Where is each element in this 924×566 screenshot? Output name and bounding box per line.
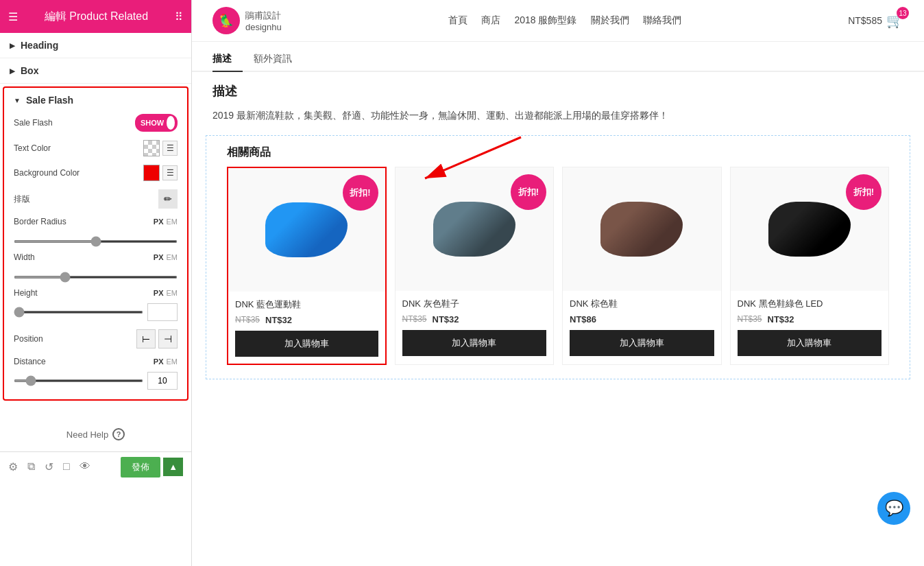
product-price-1: NT$35 NT$32 [402, 314, 547, 325]
bg-color-swatch[interactable] [143, 165, 160, 181]
need-help-label: Need Help [66, 429, 108, 440]
price-only-2: NT$86 [570, 314, 596, 325]
width-row: Width PX EM [4, 248, 187, 266]
width-units: PX EM [154, 253, 178, 261]
product-info-0: DNK 藍色運動鞋 NT$35 NT$32 加入購物車 [228, 292, 385, 364]
settings-icon[interactable]: ⚙ [8, 460, 18, 473]
device-icon[interactable]: □ [63, 460, 70, 473]
shoe-shape-0 [265, 202, 348, 257]
nav-contact[interactable]: 聯絡我們 [643, 14, 681, 27]
cart-icon[interactable]: 🛒 13 [886, 12, 903, 29]
price-original-0: NT$35 [235, 315, 260, 325]
shoe-shape-3 [768, 202, 851, 257]
height-input[interactable] [147, 303, 178, 321]
heading-header[interactable]: ▶ Heading [0, 33, 191, 58]
nav-catalog[interactable]: 2018 服飾型錄 [514, 14, 576, 27]
product-info-1: DNK 灰色鞋子 NT$35 NT$32 加入購物車 [396, 291, 554, 363]
add-to-cart-2[interactable]: 加入購物車 [570, 330, 714, 356]
height-label: Height [14, 288, 154, 298]
help-icon[interactable]: ? [112, 428, 125, 440]
distance-slider[interactable] [14, 379, 143, 382]
nav-home[interactable]: 首頁 [448, 14, 467, 27]
publish-area: 發佈 ▲ [121, 457, 183, 477]
eye-icon[interactable]: 👁 [80, 460, 90, 473]
publish-dropdown-button[interactable]: ▲ [163, 458, 183, 476]
add-to-cart-1[interactable]: 加入購物車 [402, 330, 547, 356]
bg-color-menu-icon[interactable]: ☰ [162, 165, 178, 180]
text-color-label: Text Color [14, 143, 143, 153]
description-title: 描述 [212, 83, 903, 99]
width-em-unit[interactable]: EM [167, 253, 178, 261]
layout-edit-button[interactable]: ✏ [158, 189, 178, 209]
distance-em-unit[interactable]: EM [167, 357, 178, 366]
heading-label: Heading [21, 40, 58, 51]
price-original-1: NT$35 [402, 314, 427, 324]
price-sale-3: NT$32 [768, 314, 794, 325]
sidebar: ☰ 編輯 Product Related ⠿ ▶ Heading ▶ Box ▼… [0, 0, 192, 566]
box-arrow-icon: ▶ [10, 67, 15, 75]
sale-flash-header[interactable]: ▼ Sale Flash [4, 88, 187, 110]
width-slider[interactable] [14, 276, 178, 279]
width-px-unit[interactable]: PX [154, 253, 164, 261]
text-color-menu-icon[interactable]: ☰ [162, 141, 178, 156]
heading-section: ▶ Heading [0, 33, 191, 58]
product-info-3: DNK 黑色鞋綠色 LED NT$35 NT$32 加入購物車 [731, 291, 889, 363]
position-left-button[interactable]: ⊢ [136, 329, 156, 349]
product-card-0: 折扣! DNK 藍色運動鞋 NT$35 NT$32 加入購物車 [227, 167, 387, 365]
store-cart[interactable]: NT$585 🛒 13 [848, 12, 903, 29]
product-name-1: DNK 灰色鞋子 [402, 298, 547, 310]
height-px-unit[interactable]: PX [154, 289, 164, 297]
px-unit[interactable]: PX [154, 217, 164, 226]
price-sale-0: NT$32 [265, 315, 292, 325]
distance-px-unit[interactable]: PX [154, 357, 164, 366]
grid-icon[interactable]: ⠿ [175, 10, 183, 23]
tab-description[interactable]: 描述 [212, 47, 243, 72]
tab-extra-info[interactable]: 額外資訊 [254, 47, 303, 72]
price-original-3: NT$35 [738, 314, 762, 324]
messenger-button[interactable]: 💬 [877, 492, 910, 525]
border-radius-row: Border Radius PX EM [4, 213, 187, 231]
product-name-2: DNK 棕色鞋 [570, 298, 714, 310]
border-radius-slider[interactable] [14, 240, 178, 243]
width-slider-row [4, 266, 187, 284]
layout-row: 排版 ✏ [4, 185, 187, 213]
text-color-row: Text Color ☰ [4, 136, 187, 161]
hamburger-icon[interactable]: ☰ [8, 10, 18, 23]
history-icon[interactable]: ↺ [45, 460, 53, 473]
cart-badge: 13 [897, 7, 909, 19]
height-units: PX EM [154, 289, 178, 297]
bg-color-label: Background Color [14, 168, 143, 178]
main-content: 🦜 鵑甫設計 designhu 首頁 商店 2018 服飾型錄 關於我們 聯絡我… [192, 0, 924, 566]
store-header: 🦜 鵑甫設計 designhu 首頁 商店 2018 服飾型錄 關於我們 聯絡我… [192, 0, 924, 42]
box-header[interactable]: ▶ Box [0, 58, 191, 83]
em-unit[interactable]: EM [167, 217, 178, 226]
position-row: Position ⊢ ⊣ [4, 325, 187, 353]
toggle-circle [167, 116, 175, 130]
product-name-3: DNK 黑色鞋綠色 LED [738, 298, 882, 310]
position-right-button[interactable]: ⊣ [158, 329, 178, 349]
publish-button[interactable]: 發佈 [121, 457, 160, 477]
text-color-controls: ☰ [143, 140, 178, 156]
product-price-0: NT$35 NT$32 [235, 315, 378, 325]
logo-icon: 🦜 [212, 7, 240, 34]
layers-icon[interactable]: ⧉ [27, 460, 35, 473]
cart-price: NT$585 [848, 15, 882, 26]
height-slider[interactable] [14, 311, 143, 314]
nav-about[interactable]: 關於我們 [591, 14, 629, 27]
distance-slider-row: 10 [4, 370, 187, 394]
height-em-unit[interactable]: EM [167, 289, 178, 297]
position-label: Position [14, 334, 136, 344]
text-color-swatch[interactable] [143, 140, 160, 156]
product-image-2 [563, 167, 721, 291]
border-radius-label: Border Radius [14, 217, 154, 226]
nav-shop[interactable]: 商店 [481, 14, 500, 27]
store-nav: 首頁 商店 2018 服飾型錄 關於我們 聯絡我們 [448, 14, 681, 27]
sale-flash-toggle[interactable]: SHOW [135, 114, 178, 132]
distance-row: Distance PX EM [4, 353, 187, 370]
toolbar-icons: ⚙ ⧉ ↺ □ 👁 [8, 460, 90, 473]
add-to-cart-3[interactable]: 加入購物車 [738, 330, 882, 356]
product-image-1: 折扣! [396, 167, 554, 291]
distance-input[interactable]: 10 [147, 372, 178, 390]
add-to-cart-0[interactable]: 加入購物車 [235, 331, 378, 357]
sale-flash-show-label: Sale Flash [14, 118, 135, 128]
